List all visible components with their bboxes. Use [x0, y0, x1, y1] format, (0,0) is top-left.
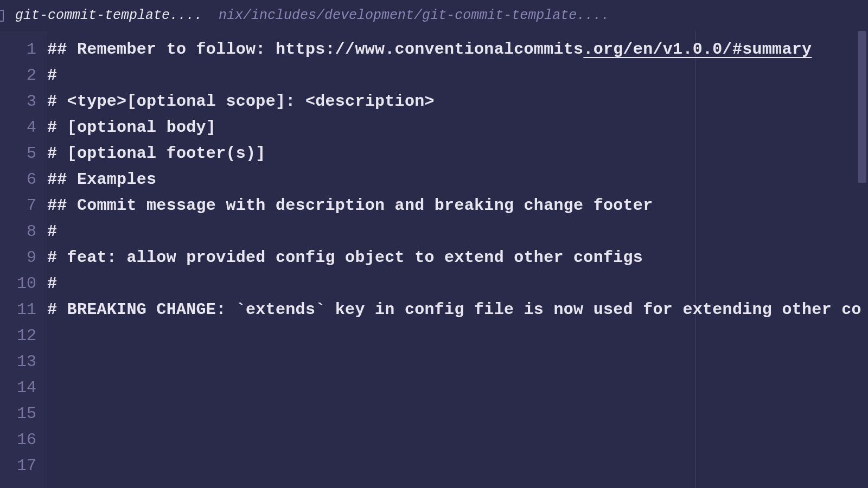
code-line[interactable]: ## Commit message with description and b…	[47, 192, 868, 219]
line-number: 1	[0, 36, 47, 62]
line-number: 13	[0, 349, 47, 375]
code-line[interactable]: #	[47, 271, 868, 297]
line-number: 6	[0, 166, 47, 192]
line-number: 2	[0, 62, 47, 88]
line-number: 7	[0, 192, 47, 219]
line-number: 14	[0, 375, 47, 401]
code-line[interactable]: # BREAKING CHANGE: `extends` key in conf…	[47, 297, 868, 323]
code-line[interactable]: # feat: allow provided config object to …	[47, 245, 868, 271]
code-line[interactable]: ## Examples	[47, 166, 868, 192]
code-line[interactable]: ## Remember to follow: https://www.conve…	[47, 36, 868, 62]
tab-bar: git-commit-template.... nix/includes/dev…	[0, 0, 868, 31]
line-number: 5	[0, 140, 47, 166]
tab-path[interactable]: nix/includes/development/git-commit-temp…	[219, 8, 609, 23]
line-number: 10	[0, 271, 47, 297]
line-number-gutter: 1 2 3 4 5 6 7 8 9 10 11 12 13 14 15 16 1…	[0, 31, 47, 488]
code-area[interactable]: ## Remember to follow: https://www.conve…	[47, 31, 868, 488]
line-number: 12	[0, 323, 47, 349]
line-number: 15	[0, 401, 47, 427]
tab-title[interactable]: git-commit-template....	[15, 8, 202, 23]
line-number: 9	[0, 245, 47, 271]
line-number: 8	[0, 219, 47, 245]
code-line[interactable]: # [optional footer(s)]	[47, 140, 868, 166]
code-line[interactable]: #	[47, 219, 868, 245]
scrollbar-track[interactable]	[856, 31, 868, 488]
scrollbar-thumb[interactable]	[858, 31, 866, 183]
line-number: 11	[0, 297, 47, 323]
code-line[interactable]: #	[47, 62, 868, 88]
line-number: 17	[0, 453, 47, 479]
code-line[interactable]: # <type>[optional scope]: <description>	[47, 88, 868, 114]
code-line[interactable]: # [optional body]	[47, 114, 868, 140]
ruler-guide	[695, 31, 696, 488]
url-link[interactable]: .org/en/v1.0.0/#summary	[583, 40, 812, 59]
editor: 1 2 3 4 5 6 7 8 9 10 11 12 13 14 15 16 1…	[0, 31, 868, 488]
document-icon	[0, 8, 4, 24]
line-number: 4	[0, 114, 47, 140]
svg-rect-0	[0, 10, 3, 21]
line-number: 3	[0, 88, 47, 114]
line-number: 16	[0, 427, 47, 453]
code-text: ## Remember to follow: https://www.conve…	[47, 40, 583, 59]
